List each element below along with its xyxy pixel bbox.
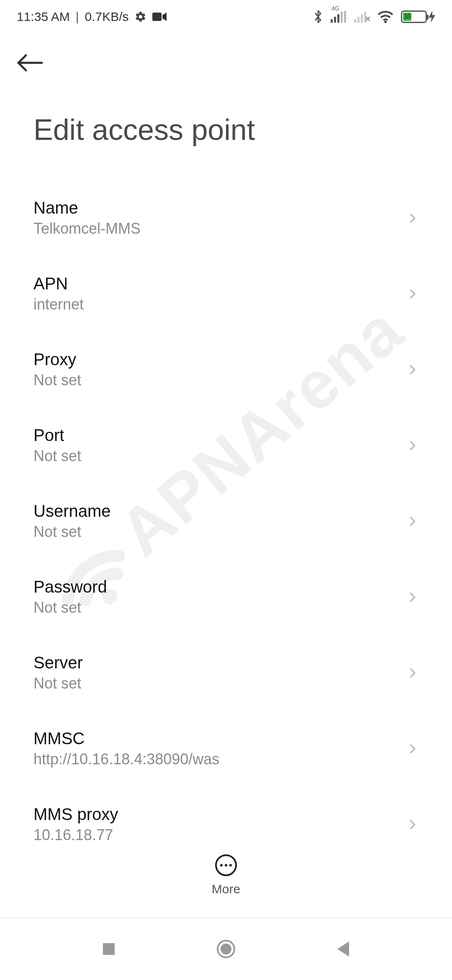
row-username[interactable]: Username Not set [33, 483, 419, 559]
gear-icon [135, 11, 146, 23]
row-title: APN [33, 274, 84, 293]
row-port[interactable]: Port Not set [33, 407, 419, 483]
svg-point-16 [229, 864, 232, 867]
svg-rect-8 [357, 17, 360, 23]
svg-rect-7 [354, 19, 356, 23]
bluetooth-icon [313, 10, 323, 24]
chevron-right-icon [407, 212, 419, 224]
back-button[interactable] [17, 48, 47, 78]
row-name[interactable]: Name Telkomcel-MMS [33, 180, 419, 256]
charging-icon [429, 11, 435, 23]
row-server[interactable]: Server Not set [33, 635, 419, 711]
signal-nosim-icon [354, 11, 370, 23]
row-password[interactable]: Password Not set [33, 559, 419, 635]
row-proxy[interactable]: Proxy Not set [33, 332, 419, 407]
settings-list: Name Telkomcel-MMS APN internet Proxy No… [0, 180, 452, 862]
mobile-data-label: 4G [331, 5, 339, 12]
status-bar: 11:35 AM | 0.7KB/s 4G [0, 0, 452, 34]
nav-back-button[interactable] [331, 936, 356, 962]
row-value: Not set [33, 599, 107, 616]
camera-icon [152, 12, 167, 22]
svg-rect-4 [337, 14, 339, 23]
row-title: Server [33, 653, 83, 672]
row-value: http://10.16.18.4:38090/was [33, 750, 219, 768]
row-title: Proxy [33, 350, 81, 369]
svg-point-14 [220, 864, 223, 867]
svg-rect-5 [341, 12, 343, 23]
signal-4g-icon: 4G [331, 11, 347, 23]
row-apn[interactable]: APN internet [33, 256, 419, 332]
row-title: MMS proxy [33, 805, 118, 824]
app-bar [0, 34, 452, 92]
system-nav-bar [0, 917, 452, 980]
row-title: Username [33, 502, 111, 521]
nav-recents-button[interactable] [96, 936, 121, 962]
row-title: Port [33, 426, 81, 445]
chevron-right-icon [407, 440, 419, 451]
svg-rect-6 [344, 11, 346, 23]
chevron-right-icon [407, 364, 419, 376]
svg-rect-9 [361, 14, 363, 23]
row-mmsc[interactable]: MMSC http://10.16.18.4:38090/was [33, 711, 419, 787]
chevron-right-icon [407, 743, 419, 755]
svg-rect-1 [152, 13, 162, 21]
row-title: Password [33, 578, 107, 596]
status-netspeed: 0.7KB/s [85, 10, 129, 24]
more-label: More [212, 882, 240, 896]
svg-point-15 [225, 864, 227, 867]
chevron-right-icon [407, 819, 419, 830]
wifi-icon [378, 10, 393, 23]
more-button[interactable]: More [0, 854, 452, 896]
chevron-right-icon [407, 516, 419, 527]
row-title: Name [33, 199, 141, 217]
row-value: Not set [33, 675, 83, 692]
row-value: Not set [33, 447, 81, 465]
row-value: Not set [33, 523, 111, 541]
battery-indicator: 38 [401, 10, 435, 23]
svg-rect-3 [334, 17, 336, 23]
status-separator: | [76, 10, 79, 24]
status-time: 11:35 AM [17, 10, 70, 24]
row-title: MMSC [33, 729, 219, 748]
nav-home-button[interactable] [213, 936, 239, 962]
svg-rect-2 [331, 19, 333, 23]
svg-point-11 [384, 21, 387, 23]
row-value: Telkomcel-MMS [33, 220, 141, 237]
svg-rect-17 [103, 943, 115, 955]
svg-point-19 [221, 944, 231, 954]
chevron-right-icon [407, 288, 419, 300]
page-title: Edit access point [0, 92, 452, 180]
row-value: internet [33, 296, 84, 313]
row-value: 10.16.18.77 [33, 826, 118, 844]
row-value: Not set [33, 371, 81, 389]
chevron-right-icon [407, 667, 419, 679]
row-mms-proxy[interactable]: MMS proxy 10.16.18.77 [33, 787, 419, 862]
more-icon [214, 854, 238, 877]
chevron-right-icon [407, 591, 419, 603]
battery-percent: 38 [403, 13, 411, 21]
